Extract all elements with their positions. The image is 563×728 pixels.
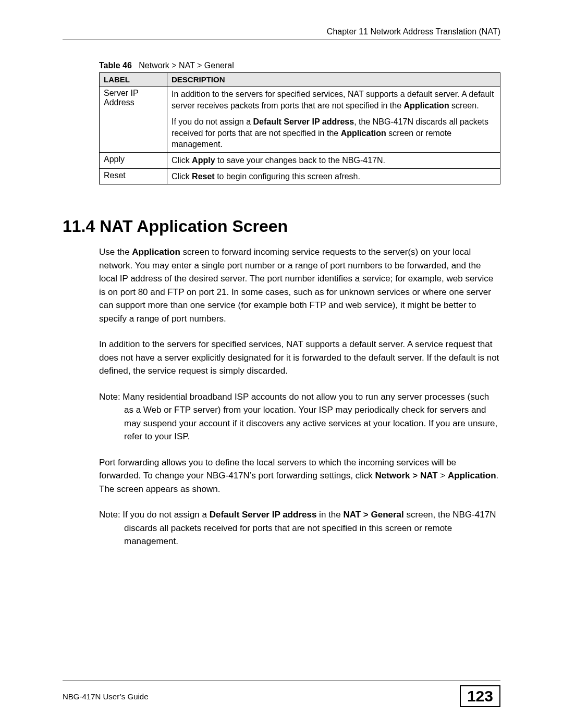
section-heading: 11.4 NAT Application Screen [63, 217, 500, 236]
label-line: Address [104, 98, 163, 107]
desc-paragraph: If you do not assign a Default Server IP… [172, 116, 496, 150]
body-paragraph: Use the Application screen to forward in… [99, 245, 500, 325]
col-header-description: DESCRIPTION [167, 73, 500, 87]
cell-desc-reset: Click Reset to begin configuring this sc… [167, 168, 500, 184]
note-paragraph: Note: If you do not assign a Default Ser… [99, 508, 500, 548]
footer-guide-title: NBG-417N User’s Guide [63, 692, 149, 701]
desc-paragraph: Click Reset to begin configuring this sc… [172, 171, 496, 182]
cell-desc-server-ip: In addition to the servers for specified… [167, 87, 500, 153]
table-row: Server IP Address In addition to the ser… [100, 87, 500, 153]
table-caption-text: Network > NAT > General [139, 61, 234, 70]
table-46: Table 46 Network > NAT > General LABEL D… [99, 61, 500, 184]
footer-page-number: 123 [460, 685, 500, 707]
cell-desc-apply: Click Apply to save your changes back to… [167, 152, 500, 168]
table-row: Apply Click Apply to save your changes b… [100, 152, 500, 168]
desc-paragraph: In addition to the servers for specified… [172, 89, 496, 111]
chapter-header: Chapter 11 Network Address Translation (… [63, 27, 500, 36]
cell-label-reset: Reset [100, 168, 167, 184]
table-caption-number: Table 46 [99, 61, 132, 70]
body-paragraph: Port forwarding allows you to define the… [99, 456, 500, 496]
page-footer: NBG-417N User’s Guide 123 [63, 681, 500, 707]
body-paragraph: In addition to the servers for specified… [99, 338, 500, 378]
definitions-table: LABEL DESCRIPTION Server IP Address In a… [99, 72, 500, 184]
desc-paragraph: Click Apply to save your changes back to… [172, 155, 496, 166]
table-header-row: LABEL DESCRIPTION [100, 73, 500, 87]
footer-rule [63, 681, 500, 681]
section-body: Use the Application screen to forward in… [99, 245, 500, 548]
table-row: Reset Click Reset to begin configuring t… [100, 168, 500, 184]
col-header-label: LABEL [100, 73, 167, 87]
label-line: Server IP [104, 89, 163, 98]
cell-label-apply: Apply [100, 152, 167, 168]
header-rule [63, 40, 500, 40]
note-paragraph: Note: Many residential broadband ISP acc… [99, 390, 500, 443]
table-caption: Table 46 Network > NAT > General [99, 61, 500, 70]
cell-label-server-ip: Server IP Address [100, 87, 167, 153]
page: Chapter 11 Network Address Translation (… [0, 0, 563, 728]
